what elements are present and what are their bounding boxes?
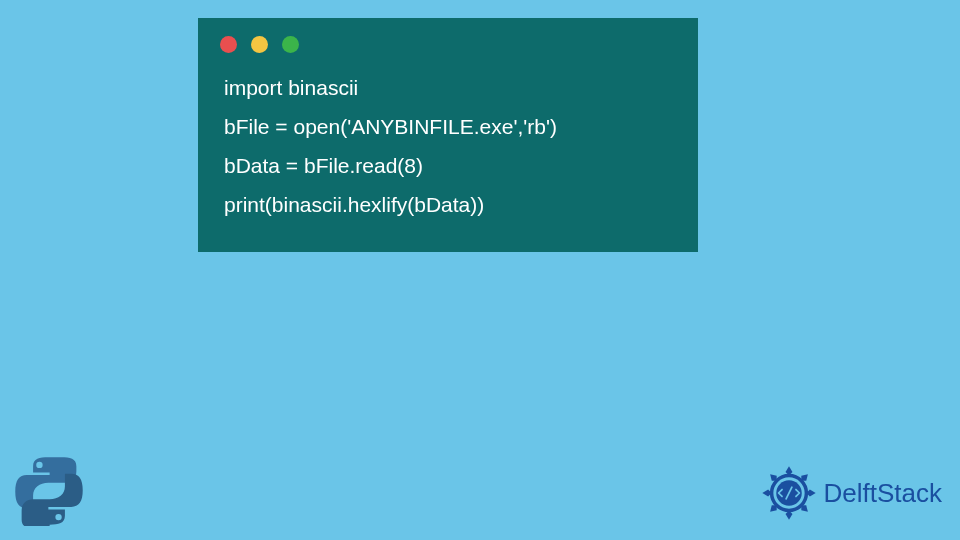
code-window: import binascii bFile = open('ANYBINFILE… xyxy=(198,18,698,252)
delftstack-icon xyxy=(760,464,818,522)
code-line: bData = bFile.read(8) xyxy=(224,147,672,186)
maximize-icon xyxy=(282,36,299,53)
code-line: bFile = open('ANYBINFILE.exe','rb') xyxy=(224,108,672,147)
brand-name: DelftStack xyxy=(824,478,943,509)
svg-point-1 xyxy=(55,514,61,520)
minimize-icon xyxy=(251,36,268,53)
close-icon xyxy=(220,36,237,53)
code-line: print(binascii.hexlify(bData)) xyxy=(224,186,672,225)
code-body: import binascii bFile = open('ANYBINFILE… xyxy=(198,65,698,228)
window-title-bar xyxy=(198,18,698,65)
python-logo-icon xyxy=(14,456,84,526)
code-line: import binascii xyxy=(224,69,672,108)
svg-point-0 xyxy=(36,462,42,468)
brand-logo: DelftStack xyxy=(760,464,943,522)
